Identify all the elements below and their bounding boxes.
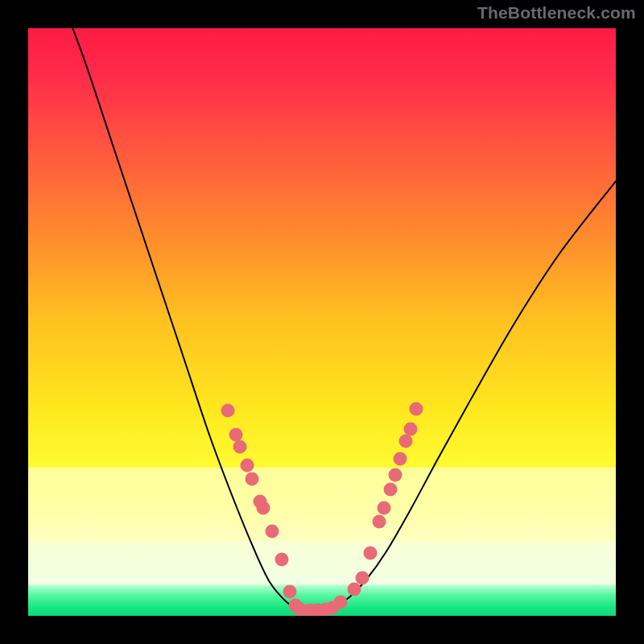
data-point-marker [233,440,247,454]
data-point-marker [404,423,418,436]
data-point-marker [334,596,348,609]
data-point-marker [384,483,398,497]
data-point-marker [275,553,289,567]
plot-area [28,28,616,616]
curve-markers [221,402,423,617]
data-point-marker [410,402,423,416]
data-point-marker [364,547,378,560]
data-point-marker [221,404,235,418]
curve-line [60,28,616,612]
chart-frame: TheBottleneck.com [0,0,644,644]
data-point-marker [373,515,386,529]
data-point-marker [389,469,402,482]
data-point-marker [394,452,407,466]
data-point-marker [241,459,254,473]
data-point-marker [229,428,243,442]
data-point-marker [356,572,369,585]
data-point-marker [378,502,391,515]
data-point-marker [283,585,297,599]
data-point-marker [257,502,270,515]
data-point-marker [348,583,361,597]
watermark-text: TheBottleneck.com [477,3,636,23]
bottleneck-curve [28,28,616,616]
data-point-marker [266,525,279,539]
data-point-marker [246,473,259,486]
data-point-marker [399,435,413,448]
